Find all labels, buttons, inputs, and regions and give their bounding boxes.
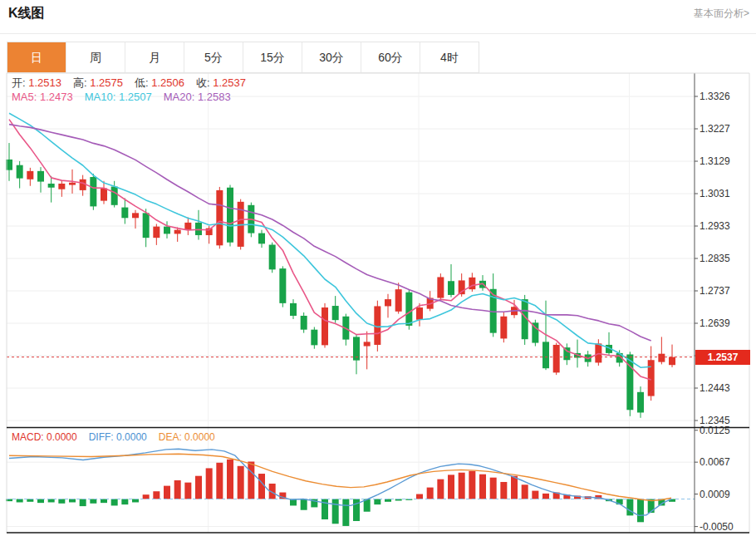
legend-item: 开: 1.2513 xyxy=(12,76,61,89)
diff-line xyxy=(9,449,671,515)
svg-text:0.0125: 0.0125 xyxy=(700,425,730,436)
chart-borders xyxy=(7,73,749,533)
tab-4时[interactable]: 4时 xyxy=(420,42,479,72)
svg-text:1.2933: 1.2933 xyxy=(700,220,730,232)
legend-item: 收: 1.2537 xyxy=(196,76,246,89)
ohlc-legend: 开: 1.2513高: 1.2575低: 1.2506收: 1.2537 xyxy=(12,76,258,91)
svg-text:1.2443: 1.2443 xyxy=(700,382,730,394)
svg-text:1.2835: 1.2835 xyxy=(700,253,730,264)
legend-item: DIFF: 0.0000 xyxy=(89,431,147,443)
svg-text:1.2737: 1.2737 xyxy=(700,285,730,297)
svg-text:0.0067: 0.0067 xyxy=(700,456,730,468)
dea-line xyxy=(9,454,671,500)
legend-item: 高: 1.2575 xyxy=(73,76,123,89)
tab-月[interactable]: 月 xyxy=(125,42,184,72)
tab-周[interactable]: 周 xyxy=(66,42,125,72)
legend-item: MACD: 0.0000 xyxy=(12,431,77,443)
timeframe-tabs: 日周月5分15分30分60分4时 xyxy=(7,42,479,73)
tab-60分[interactable]: 60分 xyxy=(361,42,420,72)
legend-item: MA5: 1.2473 xyxy=(12,91,73,103)
macd-legend: MACD: 0.0000DIFF: 0.0000DEA: 0.0000 xyxy=(12,431,227,443)
tab-5分[interactable]: 5分 xyxy=(184,42,243,72)
ma-legend: MA5: 1.2473MA10: 1.2507MA20: 1.2583 xyxy=(12,91,243,103)
legend-item: DEA: 0.0000 xyxy=(159,431,215,443)
tab-15分[interactable]: 15分 xyxy=(243,42,302,72)
svg-text:1.3227: 1.3227 xyxy=(700,123,730,135)
tab-日[interactable]: 日 xyxy=(7,42,66,72)
page-title: K线图 xyxy=(8,5,45,22)
fundamental-analysis-link[interactable]: 基本面分析> xyxy=(694,7,749,21)
svg-text:-0.0050: -0.0050 xyxy=(700,521,734,533)
svg-text:1.3031: 1.3031 xyxy=(700,188,730,199)
legend-item: 低: 1.2506 xyxy=(135,76,184,89)
svg-text:1.3129: 1.3129 xyxy=(700,155,730,167)
ma5-line xyxy=(9,120,651,380)
grid-layer xyxy=(7,73,695,533)
ma10-line xyxy=(9,113,651,367)
svg-text:1.3326: 1.3326 xyxy=(700,91,730,102)
price-axis: 1.33261.32271.31291.30311.29331.28351.27… xyxy=(695,73,734,533)
current-price-badge: 1.2537 xyxy=(695,350,750,365)
ma20-line xyxy=(9,125,651,341)
svg-text:0.0009: 0.0009 xyxy=(700,489,730,500)
macd-histogram xyxy=(6,460,675,526)
svg-text:1.2639: 1.2639 xyxy=(700,317,730,329)
tab-30分[interactable]: 30分 xyxy=(302,42,361,72)
legend-item: MA10: 1.2507 xyxy=(85,91,152,103)
legend-item: MA20: 1.2583 xyxy=(164,91,231,103)
